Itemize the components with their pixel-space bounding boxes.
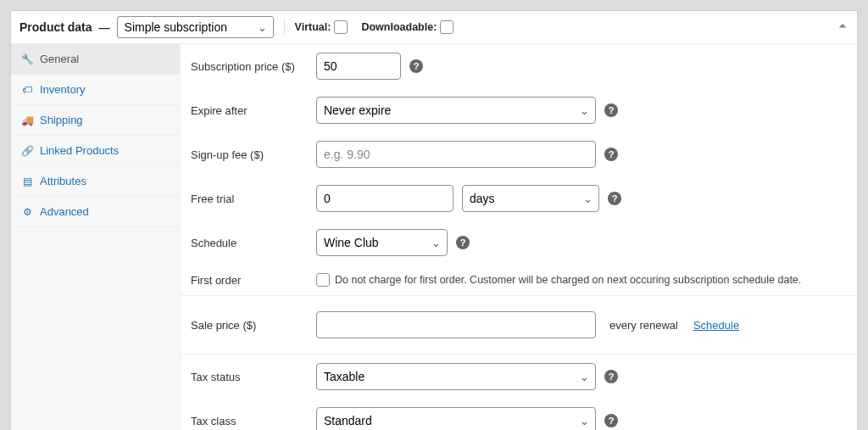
field-sale-price: Sale price ($) every renewal Schedule: [181, 295, 857, 354]
product-type-select[interactable]: Simple subscription: [117, 16, 274, 38]
field-label: Sign-up fee ($): [191, 148, 316, 161]
sidebar-item-label: Linked Products: [40, 144, 119, 157]
field-label: Tax class: [191, 415, 316, 427]
expire-after-select[interactable]: Never expire: [316, 97, 596, 124]
field-subscription-price: Subscription price ($) ?: [181, 44, 857, 88]
sidebar-item-attributes[interactable]: ▤Attributes: [11, 166, 180, 197]
sidebar-item-general[interactable]: 🔧General: [11, 44, 180, 75]
downloadable-checkbox[interactable]: [440, 20, 453, 34]
help-icon[interactable]: ?: [604, 370, 618, 383]
panel-title: Product data: [19, 20, 92, 34]
schedule-link[interactable]: Schedule: [693, 319, 739, 332]
subscription-price-input[interactable]: [316, 53, 401, 80]
sale-suffix: every renewal: [609, 319, 678, 332]
general-tab-content: Subscription price ($) ? Expire after Ne…: [181, 44, 857, 430]
downloadable-checkbox-label: Downloadable:: [361, 20, 453, 34]
schedule-select[interactable]: Wine Club: [316, 229, 448, 256]
link-icon: 🔗: [21, 145, 33, 157]
field-schedule: Schedule Wine Club ⌄ ?: [181, 221, 857, 265]
first-order-checkbox[interactable]: [316, 273, 330, 287]
tag-icon: 🏷: [21, 84, 33, 96]
field-signup-fee: Sign-up fee ($) ?: [181, 132, 857, 176]
sidebar: 🔧General 🏷Inventory 🚚Shipping 🔗Linked Pr…: [11, 44, 181, 430]
field-label: Subscription price ($): [191, 60, 316, 73]
first-order-text: Do not charge for first order. Customer …: [335, 274, 801, 286]
help-icon[interactable]: ?: [456, 236, 470, 249]
sidebar-item-label: Attributes: [40, 175, 86, 187]
sidebar-item-shipping[interactable]: 🚚Shipping: [11, 105, 180, 136]
help-icon[interactable]: ?: [604, 148, 618, 161]
divider: [284, 19, 285, 36]
help-icon[interactable]: ?: [409, 59, 423, 73]
field-tax-status: Tax status Taxable ⌄ ?: [181, 354, 857, 399]
field-free-trial: Free trial days ⌄ ?: [181, 176, 857, 221]
sidebar-item-label: Advanced: [40, 205, 89, 218]
sale-price-input[interactable]: [316, 311, 596, 338]
field-label: Sale price ($): [191, 319, 316, 332]
field-label: Free trial: [191, 193, 316, 205]
help-icon[interactable]: ?: [604, 414, 618, 427]
title-dash: —: [99, 21, 110, 34]
collapse-toggle[interactable]: [837, 20, 849, 35]
sidebar-item-advanced[interactable]: ⚙Advanced: [11, 197, 180, 227]
gear-icon: ⚙: [21, 206, 33, 218]
tax-class-select[interactable]: Standard: [316, 407, 596, 430]
field-expire-after: Expire after Never expire ⌄ ?: [181, 88, 857, 132]
field-first-order: First order Do not charge for first orde…: [181, 265, 857, 295]
sidebar-item-label: Shipping: [40, 114, 83, 126]
product-data-panel: Product data — Simple subscription ⌄ Vir…: [10, 10, 858, 430]
free-trial-input[interactable]: [316, 185, 453, 212]
field-label: First order: [191, 274, 316, 287]
sidebar-item-inventory[interactable]: 🏷Inventory: [11, 75, 180, 105]
field-label: Schedule: [191, 237, 316, 249]
sidebar-item-label: General: [40, 53, 79, 65]
sidebar-item-linked[interactable]: 🔗Linked Products: [11, 136, 180, 166]
help-icon[interactable]: ?: [604, 103, 618, 117]
virtual-checkbox-label: Virtual:: [295, 20, 348, 34]
field-label: Expire after: [191, 104, 316, 117]
free-trial-unit-select[interactable]: days: [462, 185, 599, 212]
list-icon: ▤: [21, 176, 33, 187]
first-order-checkbox-label: Do not charge for first order. Customer …: [316, 273, 801, 287]
tax-status-select[interactable]: Taxable: [316, 363, 596, 390]
field-tax-class: Tax class Standard ⌄ ?: [181, 399, 857, 430]
field-label: Tax status: [191, 371, 316, 383]
signup-fee-input[interactable]: [316, 141, 596, 168]
wrench-icon: 🔧: [21, 53, 33, 65]
sidebar-item-label: Inventory: [40, 83, 85, 96]
truck-icon: 🚚: [21, 114, 33, 126]
virtual-checkbox[interactable]: [334, 20, 348, 34]
help-icon[interactable]: ?: [608, 192, 621, 205]
panel-header: Product data — Simple subscription ⌄ Vir…: [11, 11, 857, 44]
